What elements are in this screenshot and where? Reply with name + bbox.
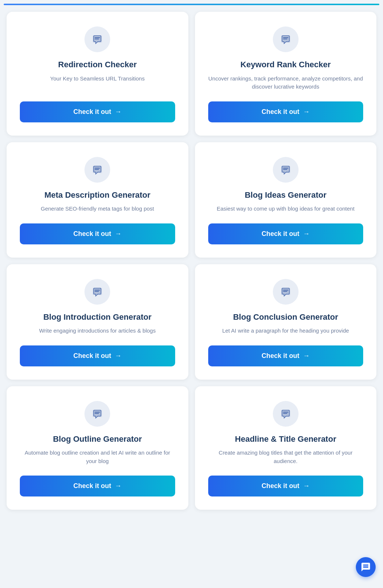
tool-icon — [273, 279, 299, 305]
check-btn-keyword-rank-checker[interactable]: Check it out → — [208, 101, 364, 122]
card-blog-introduction-generator: Blog Introduction Generator Write engagi… — [7, 264, 188, 380]
check-btn-blog-introduction-generator[interactable]: Check it out → — [20, 345, 175, 366]
card-title-blog-outline-generator: Blog Outline Generator — [53, 434, 142, 445]
check-btn-label-redirection-checker: Check it out — [73, 108, 111, 116]
arrow-icon-blog-introduction-generator: → — [115, 352, 122, 360]
card-grid: Redirection Checker Your Key to Seamless… — [4, 9, 379, 513]
arrow-icon-blog-conclusion-generator: → — [303, 352, 310, 360]
card-keyword-rank-checker: Keyword Rank Checker Uncover rankings, t… — [195, 12, 377, 136]
check-btn-blog-outline-generator[interactable]: Check it out → — [20, 476, 175, 496]
check-btn-meta-description-generator[interactable]: Check it out → — [20, 223, 175, 244]
arrow-icon-blog-outline-generator: → — [115, 482, 122, 490]
card-title-redirection-checker: Redirection Checker — [58, 60, 137, 70]
arrow-icon-redirection-checker: → — [115, 108, 122, 116]
check-btn-headline-title-generator[interactable]: Check it out → — [208, 476, 364, 496]
check-btn-label-blog-introduction-generator: Check it out — [73, 352, 111, 360]
arrow-icon-headline-title-generator: → — [303, 482, 310, 490]
check-btn-label-blog-conclusion-generator: Check it out — [261, 352, 299, 360]
card-title-blog-conclusion-generator: Blog Conclusion Generator — [233, 312, 338, 323]
card-title-blog-introduction-generator: Blog Introduction Generator — [43, 312, 152, 323]
tool-icon — [273, 26, 299, 52]
card-title-blog-ideas-generator: Blog Ideas Generator — [245, 190, 326, 201]
check-btn-redirection-checker[interactable]: Check it out → — [20, 101, 175, 122]
card-blog-outline-generator: Blog Outline Generator Automate blog out… — [7, 386, 188, 510]
check-btn-label-blog-ideas-generator: Check it out — [261, 230, 299, 238]
card-desc-redirection-checker: Your Key to Seamless URL Transitions — [50, 75, 145, 91]
tool-icon — [273, 401, 299, 427]
check-btn-blog-conclusion-generator[interactable]: Check it out → — [208, 345, 364, 366]
tool-icon — [84, 279, 110, 305]
arrow-icon-blog-ideas-generator: → — [303, 230, 310, 238]
arrow-icon-meta-description-generator: → — [115, 230, 122, 238]
card-meta-description-generator: Meta Description Generator Generate SEO-… — [7, 142, 188, 258]
card-desc-headline-title-generator: Create amazing blog titles that get the … — [208, 449, 364, 465]
check-btn-label-headline-title-generator: Check it out — [261, 482, 299, 490]
arrow-icon-keyword-rank-checker: → — [303, 108, 310, 116]
check-btn-blog-ideas-generator[interactable]: Check it out → — [208, 223, 364, 244]
top-bar — [4, 4, 379, 5]
tool-icon — [84, 26, 110, 52]
card-desc-blog-ideas-generator: Easiest way to come up with blog ideas f… — [217, 205, 354, 213]
card-headline-title-generator: Headline & Title Generator Create amazin… — [195, 386, 377, 510]
card-blog-conclusion-generator: Blog Conclusion Generator Let AI write a… — [195, 264, 377, 380]
card-desc-keyword-rank-checker: Uncover rankings, track performance, ana… — [208, 75, 364, 91]
card-blog-ideas-generator: Blog Ideas Generator Easiest way to come… — [195, 142, 377, 258]
tool-icon — [84, 401, 110, 427]
card-title-meta-description-generator: Meta Description Generator — [44, 190, 151, 201]
card-desc-blog-outline-generator: Automate blog outline creation and let A… — [20, 449, 175, 465]
tool-icon — [273, 157, 299, 183]
card-desc-blog-introduction-generator: Write engaging introductions for article… — [39, 327, 156, 335]
tool-icon — [84, 157, 110, 183]
card-desc-meta-description-generator: Generate SEO-friendly meta tags for blog… — [41, 205, 154, 213]
card-title-headline-title-generator: Headline & Title Generator — [235, 434, 336, 445]
fab-button[interactable] — [356, 557, 376, 577]
check-btn-label-meta-description-generator: Check it out — [73, 230, 111, 238]
chat-fab-icon — [361, 562, 371, 572]
card-desc-blog-conclusion-generator: Let AI write a paragraph for the heading… — [222, 327, 349, 335]
card-title-keyword-rank-checker: Keyword Rank Checker — [241, 60, 331, 70]
check-btn-label-blog-outline-generator: Check it out — [73, 482, 111, 490]
card-redirection-checker: Redirection Checker Your Key to Seamless… — [7, 12, 188, 136]
check-btn-label-keyword-rank-checker: Check it out — [261, 108, 299, 116]
